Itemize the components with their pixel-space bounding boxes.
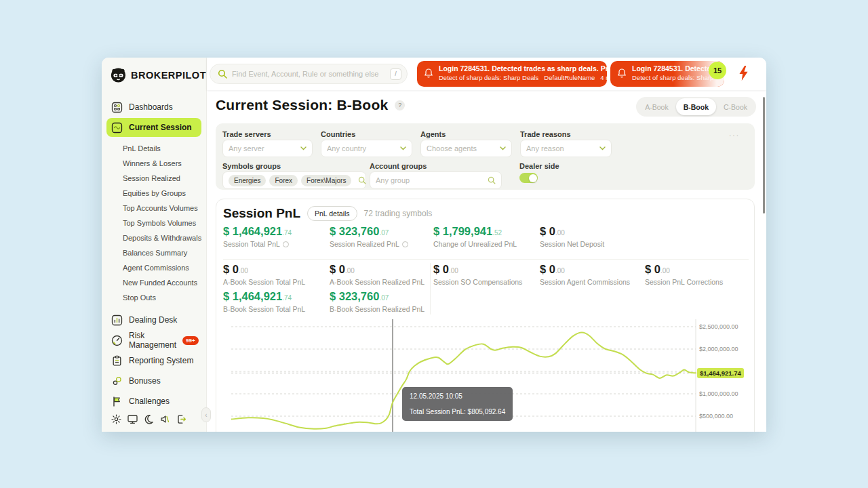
- pnl-details-button[interactable]: PnL details: [307, 206, 357, 221]
- filters-panel: Trade serversAny server CountriesAny cou…: [216, 123, 755, 190]
- stat-label: Session PnL Corrections: [645, 278, 748, 286]
- notification-count-badge[interactable]: 15: [709, 62, 726, 79]
- tab-b-book[interactable]: B-Book: [676, 98, 716, 115]
- info-icon[interactable]: [283, 241, 289, 247]
- reporting-system-icon: [111, 355, 123, 367]
- notification-toast[interactable]: Login 7284531. Detected trades as sharp …: [417, 61, 607, 87]
- dealing-desk-icon: [111, 314, 123, 326]
- symbols-group-tag[interactable]: Forex: [269, 175, 298, 186]
- global-search[interactable]: /: [210, 64, 408, 84]
- chevron-down-icon: [599, 146, 606, 150]
- logout-icon[interactable]: [176, 413, 187, 425]
- trade-reasons-select[interactable]: Any reason: [520, 140, 612, 157]
- sidebar-item-dashboards[interactable]: Dashboards: [106, 98, 201, 117]
- trading-symbols-count: 72 trading symbols: [364, 209, 433, 218]
- countries-select[interactable]: Any country: [321, 140, 412, 157]
- night-mode-icon[interactable]: [143, 413, 155, 425]
- toast-time-ago: 4 minute: [600, 74, 607, 81]
- sidebar-subitem-new-funded-accounts[interactable]: New Funded Accounts: [102, 275, 206, 290]
- y-axis-label: $2,000,000.00: [699, 346, 738, 352]
- help-icon[interactable]: ?: [395, 100, 405, 110]
- sidebar-subitem-top-accounts-volumes[interactable]: Top Accounts Volumes: [102, 201, 206, 216]
- search-icon: [358, 176, 366, 184]
- sidebar-subitem-deposits-withdrawals[interactable]: Deposits & Withdrawals: [102, 230, 206, 245]
- sidebar-item-label: Reporting System: [129, 356, 193, 365]
- stat-value: $ 1,464,921.74: [223, 225, 326, 238]
- brokerpilot-logo-icon: [111, 66, 126, 84]
- page-title: Current Session: B-Book: [216, 97, 388, 113]
- sidebar-subitem-agent-commissions[interactable]: Agent Commissions: [102, 260, 206, 275]
- settings-icon[interactable]: [111, 413, 122, 425]
- account-groups-field[interactable]: Any group: [370, 171, 502, 189]
- trade-servers-select[interactable]: Any server: [222, 140, 313, 157]
- stat-label: Change of Unrealized PnL: [433, 240, 536, 248]
- sidebar: BROKERPILOT DashboardsCurrent SessionPnL…: [102, 58, 207, 432]
- challenges-icon: [111, 396, 123, 407]
- sidebar-item-label: Risk Management: [129, 331, 176, 350]
- symbols-group-tag[interactable]: Forex\Majors: [301, 175, 351, 186]
- sidebar-subitem-balances-summary[interactable]: Balances Summary: [102, 245, 206, 260]
- symbols-group-tag[interactable]: Energies: [229, 175, 266, 186]
- book-tabs: A-BookB-BookC-Book: [636, 97, 756, 117]
- tooltip-timestamp: 12.05.2025 10:05: [410, 392, 505, 400]
- mute-icon[interactable]: [159, 413, 171, 425]
- y-axis-label: $2,500,000.00: [699, 323, 738, 330]
- stat-label: Session SO Compensations: [433, 278, 536, 286]
- agents-label: Agents: [420, 130, 446, 138]
- current-value-label: $1,464,921.74: [697, 368, 744, 378]
- session-pnl-card: Session PnL PnL details 72 trading symbo…: [216, 199, 755, 432]
- sidebar-subitem-equities-by-groups[interactable]: Equities by Groups: [102, 186, 206, 201]
- tab-a-book[interactable]: A-Book: [637, 98, 675, 115]
- sidebar-item-bonuses[interactable]: Bonuses: [106, 371, 201, 390]
- dealer-side-toggle[interactable]: [519, 173, 538, 183]
- brand-name: BROKERPILOT: [131, 70, 206, 81]
- monitor-icon[interactable]: [127, 413, 138, 425]
- bell-icon: [616, 68, 627, 79]
- countries-label: Countries: [321, 130, 355, 138]
- sidebar-subitem-top-symbols-volumes[interactable]: Top Symbols Volumes: [102, 216, 206, 230]
- stat-session-agent-commissions: $ 0.00 Session Agent Commissions: [540, 263, 643, 286]
- stat-label: A-Book Session Total PnL: [223, 278, 326, 286]
- vertical-scrollbar[interactable]: [763, 97, 765, 214]
- chevron-down-icon: [400, 146, 406, 150]
- sidebar-item-label: Dealing Desk: [129, 315, 177, 325]
- sidebar-nav: DashboardsCurrent SessionPnL DetailsWinn…: [102, 91, 206, 411]
- sidebar-item-label: Bonuses: [129, 376, 161, 386]
- search-input[interactable]: [232, 70, 385, 78]
- bell-icon: [423, 68, 434, 79]
- symbols-groups-field[interactable]: EnergiesForexForex\Majors: [222, 171, 366, 189]
- top-header: / Login 7284531. Detected trades as shar…: [207, 58, 766, 90]
- sidebar-item-dealing-desk[interactable]: Dealing Desk: [106, 310, 201, 329]
- stat-label: B-Book Session Total PnL: [223, 305, 326, 313]
- agents-select[interactable]: Choose agents: [420, 140, 512, 157]
- notification-toast[interactable]: Login 7284531. Detected trades as sharp …: [610, 61, 724, 87]
- search-shortcut-key: /: [390, 68, 401, 80]
- quick-actions-lightning-icon[interactable]: [738, 66, 749, 81]
- bonuses-icon: [111, 375, 123, 387]
- stat-value: $ 0.00: [433, 263, 536, 276]
- sidebar-item-reporting-system[interactable]: Reporting System: [106, 351, 201, 370]
- session-pnl-title: Session PnL: [223, 206, 300, 221]
- toast-rule-name: DefaultRuleName: [544, 74, 595, 81]
- sidebar-subitem-stop-outs[interactable]: Stop Outs: [102, 290, 206, 305]
- sidebar-subitem-winners-losers[interactable]: Winners & Losers: [102, 156, 206, 171]
- tab-c-book[interactable]: C-Book: [716, 98, 755, 115]
- sidebar-subitem-pnl-details[interactable]: PnL Details: [102, 141, 206, 156]
- sidebar-collapse-button[interactable]: ‹: [201, 407, 211, 422]
- sidebar-subitem-session-realized[interactable]: Session Realized: [102, 171, 206, 186]
- info-icon[interactable]: [402, 241, 408, 247]
- stat-session-so-compensations: $ 0.00 Session SO Compensations: [433, 263, 536, 286]
- stat-label: A-Book Session Realized PnL: [330, 278, 433, 286]
- stat-label: Session Agent Commissions: [540, 278, 643, 286]
- stat-value: $ 323,760.07: [330, 290, 433, 303]
- sidebar-item-current-session[interactable]: Current Session: [106, 118, 201, 137]
- main-content: Current Session: B-Book ? A-BookB-BookC-…: [207, 90, 766, 432]
- stat-a-book-session-realized-pnl: $ 0.00 A-Book Session Realized PnL: [330, 263, 433, 286]
- toast-title: Login 7284531. Detected trades as sharp …: [439, 64, 600, 73]
- stat-label: Session Realized PnL: [330, 240, 433, 248]
- sidebar-item-risk-management[interactable]: Risk Management99+: [106, 331, 201, 350]
- filters-more-button[interactable]: ...: [729, 129, 740, 138]
- brand-logo[interactable]: BROKERPILOT: [102, 58, 206, 91]
- chevron-down-icon: [300, 146, 307, 150]
- alerts-count-badge: 99+: [182, 336, 199, 345]
